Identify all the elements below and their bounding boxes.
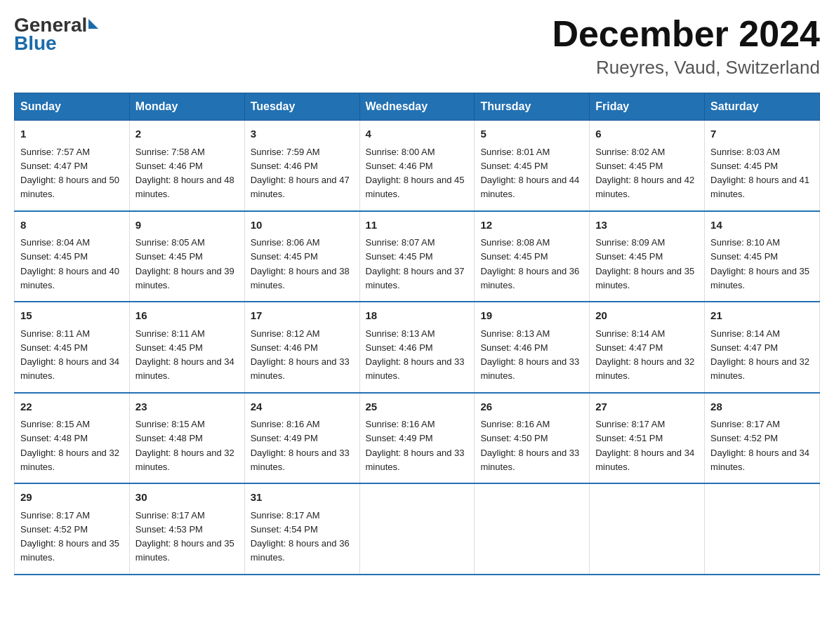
day-info: Sunrise: 8:13 AMSunset: 4:46 PMDaylight:… (480, 328, 579, 382)
calendar-cell: 15Sunrise: 8:11 AMSunset: 4:45 PMDayligh… (15, 302, 130, 393)
day-info: Sunrise: 8:10 AMSunset: 4:45 PMDaylight:… (710, 237, 809, 290)
header-thursday: Thursday (475, 93, 590, 121)
logo: General Blue (14, 14, 98, 55)
calendar-cell: 17Sunrise: 8:12 AMSunset: 4:46 PMDayligh… (244, 302, 359, 393)
calendar-cell: 25Sunrise: 8:16 AMSunset: 4:49 PMDayligh… (359, 393, 475, 484)
day-number: 24 (251, 399, 354, 415)
day-number: 15 (20, 308, 124, 324)
calendar-cell: 20Sunrise: 8:14 AMSunset: 4:47 PMDayligh… (590, 302, 705, 393)
day-info: Sunrise: 8:13 AMSunset: 4:46 PMDaylight:… (366, 328, 465, 382)
calendar-cell: 31Sunrise: 8:17 AMSunset: 4:54 PMDayligh… (244, 483, 359, 575)
calendar-week-row: 22Sunrise: 8:15 AMSunset: 4:48 PMDayligh… (15, 393, 820, 484)
day-number: 30 (135, 490, 239, 506)
day-number: 5 (480, 126, 583, 142)
day-number: 27 (595, 399, 699, 415)
calendar-cell (475, 483, 590, 575)
header-monday: Monday (129, 93, 244, 121)
calendar-week-row: 1Sunrise: 7:57 AMSunset: 4:47 PMDaylight… (15, 121, 820, 211)
day-info: Sunrise: 8:05 AMSunset: 4:45 PMDaylight:… (135, 237, 234, 290)
calendar-cell: 21Sunrise: 8:14 AMSunset: 4:47 PMDayligh… (705, 302, 820, 393)
day-info: Sunrise: 8:15 AMSunset: 4:48 PMDaylight:… (135, 419, 234, 472)
page-title: December 2024 (552, 14, 820, 54)
calendar-cell: 9Sunrise: 8:05 AMSunset: 4:45 PMDaylight… (129, 211, 244, 302)
day-number: 31 (251, 490, 354, 506)
calendar-cell: 26Sunrise: 8:16 AMSunset: 4:50 PMDayligh… (475, 393, 590, 484)
calendar-cell: 12Sunrise: 8:08 AMSunset: 4:45 PMDayligh… (475, 211, 590, 302)
day-info: Sunrise: 8:17 AMSunset: 4:52 PMDaylight:… (20, 510, 119, 563)
calendar-cell: 6Sunrise: 8:02 AMSunset: 4:45 PMDaylight… (590, 121, 705, 211)
calendar-cell (359, 483, 475, 575)
calendar-cell: 5Sunrise: 8:01 AMSunset: 4:45 PMDaylight… (475, 121, 590, 211)
calendar-cell: 28Sunrise: 8:17 AMSunset: 4:52 PMDayligh… (705, 393, 820, 484)
day-number: 26 (480, 399, 583, 415)
calendar-cell: 19Sunrise: 8:13 AMSunset: 4:46 PMDayligh… (475, 302, 590, 393)
day-info: Sunrise: 8:14 AMSunset: 4:47 PMDaylight:… (595, 328, 694, 382)
day-number: 17 (251, 308, 354, 324)
header-sunday: Sunday (15, 93, 130, 121)
calendar-cell: 3Sunrise: 7:59 AMSunset: 4:46 PMDaylight… (244, 121, 359, 211)
calendar-cell (590, 483, 705, 575)
day-info: Sunrise: 8:09 AMSunset: 4:45 PMDaylight:… (595, 237, 694, 290)
calendar-cell: 2Sunrise: 7:58 AMSunset: 4:46 PMDaylight… (129, 121, 244, 211)
day-info: Sunrise: 8:14 AMSunset: 4:47 PMDaylight:… (710, 328, 809, 382)
day-info: Sunrise: 8:06 AMSunset: 4:45 PMDaylight:… (251, 237, 350, 290)
day-info: Sunrise: 8:04 AMSunset: 4:45 PMDaylight:… (20, 237, 119, 290)
day-number: 9 (135, 217, 239, 234)
page-subtitle: Rueyres, Vaud, Switzerland (552, 57, 820, 79)
title-block: December 2024 Rueyres, Vaud, Switzerland (552, 14, 820, 79)
calendar-cell: 24Sunrise: 8:16 AMSunset: 4:49 PMDayligh… (244, 393, 359, 484)
calendar-cell: 18Sunrise: 8:13 AMSunset: 4:46 PMDayligh… (359, 302, 475, 393)
day-number: 28 (710, 399, 814, 415)
day-info: Sunrise: 7:57 AMSunset: 4:47 PMDaylight:… (20, 147, 119, 200)
day-number: 2 (135, 126, 239, 142)
day-info: Sunrise: 8:08 AMSunset: 4:45 PMDaylight:… (480, 237, 579, 290)
day-info: Sunrise: 8:12 AMSunset: 4:46 PMDaylight:… (251, 328, 350, 382)
day-number: 21 (710, 308, 814, 324)
day-info: Sunrise: 8:17 AMSunset: 4:54 PMDaylight:… (251, 510, 350, 563)
calendar-cell: 1Sunrise: 7:57 AMSunset: 4:47 PMDaylight… (15, 121, 130, 211)
day-info: Sunrise: 8:02 AMSunset: 4:45 PMDaylight:… (595, 147, 694, 200)
day-info: Sunrise: 8:11 AMSunset: 4:45 PMDaylight:… (135, 328, 234, 382)
day-number: 3 (251, 126, 354, 142)
day-info: Sunrise: 8:01 AMSunset: 4:45 PMDaylight:… (480, 147, 579, 200)
page-header: General Blue December 2024 Rueyres, Vaud… (14, 14, 820, 79)
day-number: 23 (135, 399, 239, 415)
calendar-cell: 10Sunrise: 8:06 AMSunset: 4:45 PMDayligh… (244, 211, 359, 302)
day-number: 22 (20, 399, 124, 415)
header-wednesday: Wednesday (359, 93, 475, 121)
day-number: 25 (366, 399, 469, 415)
day-number: 12 (480, 217, 583, 234)
day-info: Sunrise: 8:03 AMSunset: 4:45 PMDaylight:… (710, 147, 809, 200)
day-number: 13 (595, 217, 699, 234)
header-friday: Friday (590, 93, 705, 121)
header-tuesday: Tuesday (244, 93, 359, 121)
day-number: 6 (595, 126, 699, 142)
day-info: Sunrise: 8:16 AMSunset: 4:49 PMDaylight:… (366, 419, 465, 472)
day-info: Sunrise: 8:17 AMSunset: 4:53 PMDaylight:… (135, 510, 234, 563)
calendar-header-row: SundayMondayTuesdayWednesdayThursdayFrid… (15, 93, 820, 121)
day-number: 16 (135, 308, 239, 324)
calendar-week-row: 15Sunrise: 8:11 AMSunset: 4:45 PMDayligh… (15, 302, 820, 393)
day-info: Sunrise: 8:07 AMSunset: 4:45 PMDaylight:… (366, 237, 465, 290)
day-info: Sunrise: 8:17 AMSunset: 4:52 PMDaylight:… (710, 419, 809, 472)
calendar-week-row: 29Sunrise: 8:17 AMSunset: 4:52 PMDayligh… (15, 483, 820, 575)
day-info: Sunrise: 8:17 AMSunset: 4:51 PMDaylight:… (595, 419, 694, 472)
calendar-cell: 27Sunrise: 8:17 AMSunset: 4:51 PMDayligh… (590, 393, 705, 484)
day-number: 1 (20, 126, 124, 142)
day-info: Sunrise: 8:16 AMSunset: 4:50 PMDaylight:… (480, 419, 579, 472)
day-number: 4 (366, 126, 469, 142)
calendar-cell: 11Sunrise: 8:07 AMSunset: 4:45 PMDayligh… (359, 211, 475, 302)
calendar-cell: 23Sunrise: 8:15 AMSunset: 4:48 PMDayligh… (129, 393, 244, 484)
calendar-cell: 29Sunrise: 8:17 AMSunset: 4:52 PMDayligh… (15, 483, 130, 575)
calendar-cell: 16Sunrise: 8:11 AMSunset: 4:45 PMDayligh… (129, 302, 244, 393)
header-saturday: Saturday (705, 93, 820, 121)
logo-triangle-icon (88, 19, 98, 29)
day-number: 10 (251, 217, 354, 234)
calendar-cell: 30Sunrise: 8:17 AMSunset: 4:53 PMDayligh… (129, 483, 244, 575)
day-info: Sunrise: 8:15 AMSunset: 4:48 PMDaylight:… (20, 419, 119, 472)
day-number: 20 (595, 308, 699, 324)
day-number: 7 (710, 126, 814, 142)
day-number: 8 (20, 217, 124, 234)
calendar-cell: 14Sunrise: 8:10 AMSunset: 4:45 PMDayligh… (705, 211, 820, 302)
calendar-table: SundayMondayTuesdayWednesdayThursdayFrid… (14, 93, 820, 575)
